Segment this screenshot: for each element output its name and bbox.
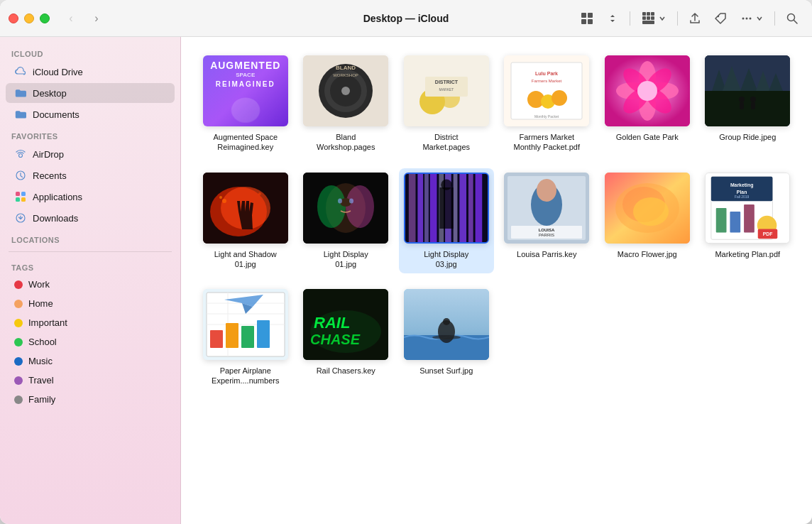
file-item-groupride[interactable]: Group Ride.jpeg [701,51,796,157]
locations-section-label: Locations [0,229,180,247]
view-toggle-button[interactable] [601,7,624,30]
sidebar-item-work[interactable]: Work [6,275,175,293]
search-icon [786,12,799,25]
search-button[interactable] [781,7,803,30]
svg-rect-81 [409,173,416,242]
svg-line-16 [794,20,798,23]
maximize-button[interactable] [40,13,50,23]
close-button[interactable] [9,13,18,23]
file-name-railchasers: Rail Chasers.key [317,366,375,376]
cloud-icon [14,65,27,78]
svg-rect-6 [651,12,654,16]
sidebar: iCloud iCloud Drive Desktop [0,37,181,524]
svg-text:Marketing: Marketing [730,182,753,188]
downloads-icon [14,212,27,224]
gallery-view-button[interactable] [636,7,671,30]
icloud-section-label: iCloud [0,43,180,61]
file-item-district[interactable]: DISTRICT MARKET DistrictMarket.pages [399,51,494,157]
svg-rect-88 [459,173,466,242]
sidebar-item-desktop[interactable]: Desktop [6,83,175,103]
file-item-lightdisplay03[interactable]: Light Display03.jpg [399,168,494,274]
svg-point-96 [537,179,556,202]
divider2 [677,11,678,26]
sidebar-item-school[interactable]: School [6,333,175,351]
tag-button[interactable] [709,7,732,30]
svg-rect-3 [588,19,593,24]
svg-point-103 [633,197,669,226]
file-item-sunsetsurf[interactable]: Sunset Surf.jpg [399,285,494,391]
file-item-farmers[interactable]: Lulu Park Farmers Market Monthly Packet … [500,51,595,157]
forward-button[interactable]: › [87,9,106,28]
tag-icon [714,12,727,25]
svg-point-13 [746,17,748,19]
sidebar-item-applications-label: Applications [33,192,82,202]
svg-rect-112 [744,204,755,232]
sidebar-item-music[interactable]: Music [6,352,175,370]
svg-rect-10 [642,21,654,24]
sidebar-item-applications[interactable]: Applications [6,187,175,207]
svg-rect-84 [430,173,437,242]
file-item-lightdisplay01[interactable]: Light Display01.jpg [299,168,394,274]
file-thumb-lightdisplay03 [404,173,489,244]
sidebar-item-documents[interactable]: Documents [6,104,175,124]
divider3 [774,11,775,26]
favorites-section-label: Favorites [0,125,180,143]
more-icon [740,12,753,25]
file-item-paperairplane[interactable]: Paper AirplaneExperim....numbers [198,285,293,391]
svg-text:PARRIS: PARRIS [539,233,554,237]
svg-point-12 [742,17,745,19]
svg-text:Plan: Plan [737,190,747,195]
file-name-groupride: Group Ride.jpeg [719,132,776,142]
sidebar-item-downloads[interactable]: Downloads [6,208,175,228]
file-item-bland[interactable]: BLAND WORKSHOP BlandWorkshop.pages [299,51,394,157]
svg-point-78 [338,198,342,203]
svg-point-135 [432,335,461,339]
svg-rect-8 [647,16,650,20]
file-item-louisaparris[interactable]: LOUISA PARRIS Louisa Parris.key [500,168,595,274]
sidebar-item-airdrop[interactable]: AirDrop [6,144,175,164]
traffic-lights [9,13,50,23]
svg-rect-63 [740,102,744,109]
file-item-marketingplan[interactable]: Marketing Plan Fall 2019 PDF [701,168,796,274]
sidebar-item-family[interactable]: Family [6,391,175,408]
view-grid-button[interactable] [576,7,598,30]
file-item-augmented[interactable]: AUGMENTED SPACE REIMAGINED Augmented Spa… [198,51,293,157]
sidebar-item-travel[interactable]: Travel [6,371,175,389]
folder-desktop-icon [14,87,27,99]
file-name-sunsetsurf: Sunset Surf.jpg [419,366,473,376]
file-name-augmented: Augmented SpaceReimagined.key [213,132,278,153]
sidebar-item-school-label: School [28,337,57,347]
file-thumb-augmented: AUGMENTED SPACE REIMAGINED [203,55,288,126]
file-item-macroflower[interactable]: Macro Flower.jpg [600,168,695,274]
svg-point-76 [346,185,374,228]
file-item-railchasers[interactable]: RAIL CHASE Rail Chasers.key [299,285,394,391]
sunsetsurf-svg [404,289,489,360]
file-item-goldengate[interactable]: Golden Gate Park [600,51,695,157]
file-name-marketingplan: Marketing Plan.pdf [715,249,780,259]
sidebar-item-important[interactable]: Important [6,314,175,332]
sidebar-item-recents[interactable]: Recents [6,165,175,185]
minimize-button[interactable] [24,13,34,23]
file-thumb-marketingplan: Marketing Plan Fall 2019 PDF [705,173,790,244]
file-item-lightandshadow[interactable]: Light and Shadow01.jpg [198,168,293,274]
school-tag-dot [14,338,23,346]
share-button[interactable] [684,7,706,30]
svg-text:Monthly Packet: Monthly Packet [534,114,559,119]
svg-rect-21 [16,197,20,202]
file-name-bland: BlandWorkshop.pages [317,132,375,153]
sidebar-item-home[interactable]: Home [6,295,175,312]
marketingplan-svg: Marketing Plan Fall 2019 PDF [706,173,789,244]
sidebar-item-icloud-drive[interactable]: iCloud Drive [6,62,175,82]
svg-point-92 [441,179,451,190]
file-thumb-farmers: Lulu Park Farmers Market Monthly Packet [504,55,589,126]
louisaparris-svg: LOUISA PARRIS [504,173,589,244]
back-button[interactable]: ‹ [61,9,81,28]
svg-rect-125 [257,320,270,348]
svg-point-28 [341,87,350,95]
railchasers-svg: RAIL CHASE [303,289,388,360]
clock-icon [14,169,27,182]
svg-rect-110 [716,208,727,232]
svg-text:DISTRICT: DISTRICT [435,80,459,84]
svg-point-62 [739,97,745,102]
more-button[interactable] [735,7,769,30]
